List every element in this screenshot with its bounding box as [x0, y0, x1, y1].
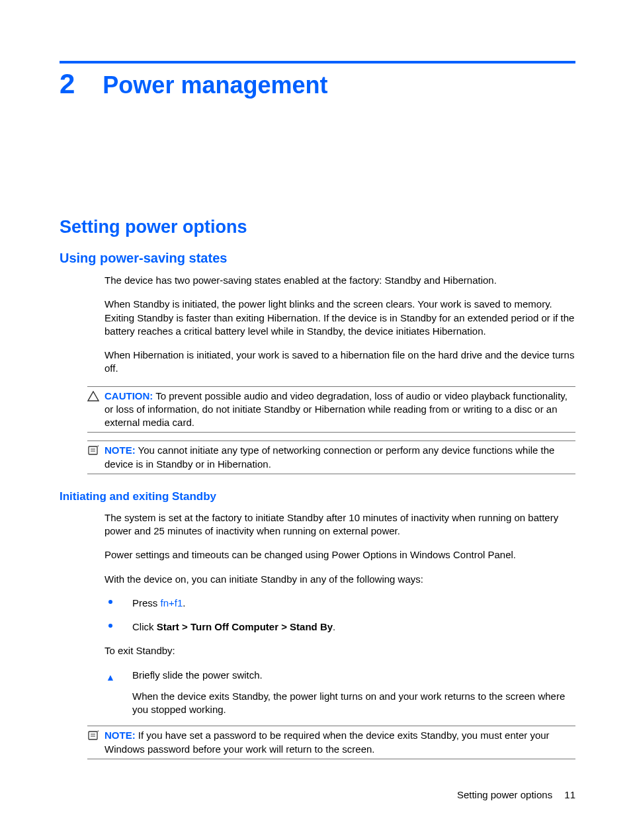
- list-item: ▲ Briefly slide the power switch. When t…: [105, 669, 575, 717]
- chapter-title: Power management: [103, 73, 327, 97]
- subsection-heading: Using power-saving states: [60, 251, 575, 266]
- paragraph: The system is set at the factory to init…: [105, 511, 575, 538]
- chapter-rule: [60, 61, 575, 63]
- note-label: NOTE:: [105, 730, 136, 741]
- note-body: If you have set a password to be require…: [105, 730, 550, 754]
- step-list: ▲ Briefly slide the power switch. When t…: [105, 669, 575, 717]
- step-text: Briefly slide the power switch.: [132, 669, 263, 681]
- caution-body: To prevent possible audio and video degr…: [105, 390, 568, 429]
- step-subtext: When the device exits Standby, the power…: [132, 690, 575, 717]
- caution-text: CAUTION: To prevent possible audio and v…: [87, 390, 575, 430]
- bullet-list: Press fn+f1. Click Start > Turn Off Comp…: [105, 597, 575, 634]
- note-text: NOTE: If you have set a password to be r…: [87, 729, 575, 756]
- list-text-post: .: [183, 597, 185, 609]
- bullet-icon: [108, 600, 112, 604]
- paragraph: When Standby is initiated, the power lig…: [105, 298, 575, 338]
- page: 2 Power management Setting power options…: [0, 0, 631, 840]
- svg-rect-0: [89, 446, 97, 454]
- list-item: Click Start > Turn Off Computer > Stand …: [105, 620, 575, 634]
- paragraph: To exit Standby:: [105, 644, 575, 657]
- body-block: The device has two power-saving states e…: [105, 274, 575, 376]
- list-text-pre: Click: [132, 621, 157, 632]
- note-text: NOTE: You cannot initiate any type of ne…: [87, 444, 575, 471]
- chapter-number: 2: [60, 70, 75, 98]
- footer-section: Setting power options: [457, 789, 552, 800]
- note-admonition: NOTE: If you have set a password to be r…: [87, 726, 575, 759]
- page-footer: Setting power options 11: [457, 789, 575, 800]
- section-heading: Setting power options: [60, 217, 575, 237]
- subsubsection-heading: Initiating and exiting Standby: [60, 490, 575, 503]
- body-block: The system is set at the factory to init…: [105, 511, 575, 717]
- menu-path: Start > Turn Off Computer > Stand By: [157, 621, 333, 632]
- note-admonition: NOTE: You cannot initiate any type of ne…: [87, 441, 575, 474]
- key-shortcut-link[interactable]: fn+f1: [161, 597, 183, 609]
- list-item: Press fn+f1.: [105, 597, 575, 610]
- paragraph: When Hibernation is initiated, your work…: [105, 349, 575, 376]
- list-text-pre: Press: [132, 597, 161, 609]
- paragraph: With the device on, you can initiate Sta…: [105, 573, 575, 586]
- note-body: You cannot initiate any type of networki…: [105, 444, 554, 469]
- caution-admonition: CAUTION: To prevent possible audio and v…: [87, 386, 575, 433]
- step-marker-icon: ▲: [106, 671, 115, 684]
- note-icon: [87, 445, 99, 456]
- note-label: NOTE:: [105, 444, 136, 456]
- paragraph: Power settings and timeouts can be chang…: [105, 548, 575, 562]
- bullet-icon: [108, 624, 112, 628]
- svg-rect-3: [89, 732, 97, 739]
- list-text-post: .: [333, 621, 335, 632]
- page-number: 11: [564, 789, 575, 800]
- caution-icon: [87, 391, 99, 401]
- paragraph: The device has two power-saving states e…: [105, 274, 575, 287]
- chapter-header: 2 Power management: [60, 70, 575, 98]
- note-icon: [87, 730, 99, 741]
- caution-label: CAUTION:: [105, 390, 153, 401]
